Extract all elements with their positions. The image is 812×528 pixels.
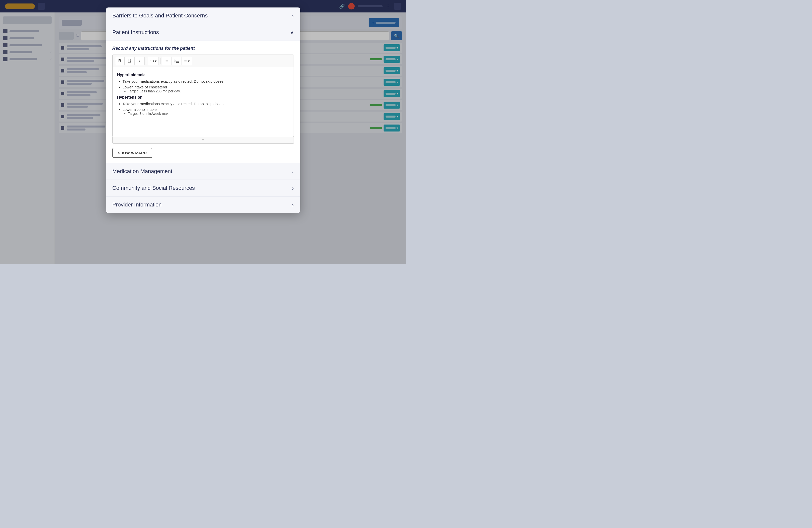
community-resources-section-header[interactable]: Community and Social Resources › xyxy=(106,180,300,196)
hyperlipidemia-heading: Hyperlipidemia xyxy=(117,73,289,77)
provider-information-title: Provider Information xyxy=(112,201,162,208)
hyperlipidemia-sub-item-1: Target: Less than 200 mg per day. xyxy=(128,89,289,93)
patient-instructions-chevron-down-icon: ∨ xyxy=(290,29,294,35)
hyperlipidemia-item-1: Take your medications exactly as directe… xyxy=(122,79,289,84)
italic-button[interactable]: I xyxy=(135,57,145,65)
modal-overlay: Barriers to Goals and Patient Concerns ›… xyxy=(0,0,406,264)
editor-resize-handle[interactable]: ≡ xyxy=(112,137,294,144)
hyperlipidemia-list: Take your medications exactly as directe… xyxy=(117,79,289,93)
patient-instructions-section-header[interactable]: Patient Instructions ∨ xyxy=(106,24,300,41)
font-size-value: 13 xyxy=(150,59,154,63)
editor-content-area[interactable]: Hyperlipidemia Take your medications exa… xyxy=(112,67,294,137)
bold-button[interactable]: B xyxy=(115,57,125,65)
show-wizard-button[interactable]: SHOW WIZARD xyxy=(112,148,152,158)
community-chevron-right-icon: › xyxy=(292,185,294,191)
font-size-select[interactable]: 13 ▾ xyxy=(148,57,159,65)
hypertension-sub-item-1: Target: 3 drinks/week max xyxy=(128,111,289,116)
bullet-list-button[interactable]: ≡ xyxy=(162,57,172,65)
hypertension-item-2: Lower alcohol intake Target: 3 drinks/we… xyxy=(122,107,289,116)
medication-chevron-right-icon: › xyxy=(292,169,294,174)
provider-information-section-header[interactable]: Provider Information › xyxy=(106,196,300,213)
barriers-chevron-right-icon: › xyxy=(292,13,294,19)
barriers-section-title: Barriers to Goals and Patient Concerns xyxy=(112,13,208,19)
record-instructions-label: Record any instructions for the patient xyxy=(112,46,294,51)
hypertension-heading: Hypertension xyxy=(117,95,289,100)
provider-chevron-right-icon: › xyxy=(292,202,294,208)
toolbar-divider-1 xyxy=(146,58,146,64)
align-select[interactable]: ≡ ▾ xyxy=(182,57,192,65)
ordered-list-button[interactable]: 1. 2. 3. xyxy=(172,57,182,65)
align-icon: ≡ xyxy=(184,59,187,64)
community-resources-title: Community and Social Resources xyxy=(112,185,195,191)
patient-instructions-body: Record any instructions for the patient … xyxy=(106,41,300,163)
underline-button[interactable]: U xyxy=(125,57,134,65)
hypertension-sub-list: Target: 3 drinks/week max xyxy=(122,111,289,116)
barriers-section-header[interactable]: Barriers to Goals and Patient Concerns › xyxy=(106,7,300,24)
svg-text:3.: 3. xyxy=(174,62,176,63)
medication-management-section-header[interactable]: Medication Management › xyxy=(106,163,300,180)
patient-instructions-title: Patient Instructions xyxy=(112,29,159,35)
resize-icon: ≡ xyxy=(202,138,204,142)
hypertension-list: Take your medications exactly as directe… xyxy=(117,102,289,116)
hyperlipidemia-item-2: Lower intake of cholesterol Target: Less… xyxy=(122,85,289,93)
editor-toolbar: B U I 13 ▾ ≡ 1. 2. 3. xyxy=(112,55,294,67)
hypertension-item-1: Take your medications exactly as directe… xyxy=(122,102,289,106)
hyperlipidemia-sub-list: Target: Less than 200 mg per day. xyxy=(122,89,289,93)
medication-management-title: Medication Management xyxy=(112,168,173,175)
font-size-arrow-icon: ▾ xyxy=(155,59,157,63)
align-arrow-icon: ▾ xyxy=(188,59,190,63)
patient-instructions-modal: Barriers to Goals and Patient Concerns ›… xyxy=(106,7,300,213)
